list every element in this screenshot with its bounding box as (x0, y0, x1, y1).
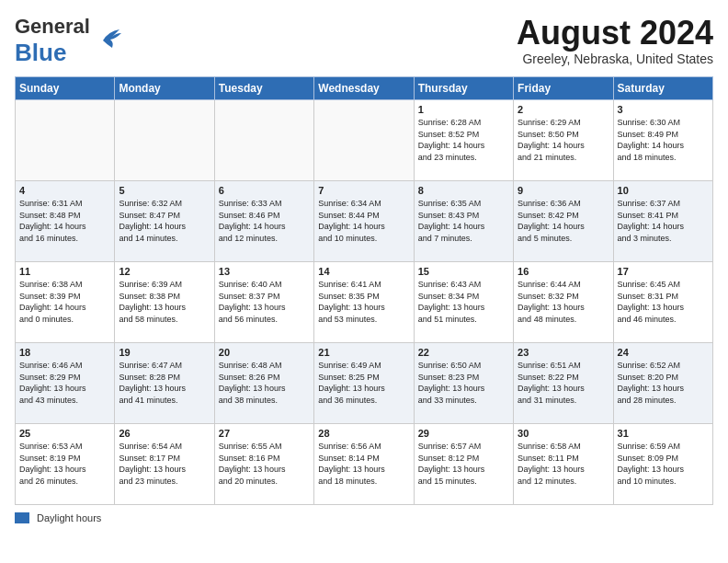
day-number: 15 (418, 266, 509, 277)
day-number: 30 (518, 428, 609, 439)
calendar-cell: 27Sunrise: 6:55 AM Sunset: 8:16 PM Dayli… (214, 424, 313, 505)
day-info: Sunrise: 6:51 AM Sunset: 8:22 PM Dayligh… (518, 360, 609, 406)
day-info: Sunrise: 6:47 AM Sunset: 8:28 PM Dayligh… (119, 360, 210, 406)
day-info: Sunrise: 6:34 AM Sunset: 8:44 PM Dayligh… (318, 198, 409, 244)
calendar-cell: 24Sunrise: 6:52 AM Sunset: 8:20 PM Dayli… (613, 343, 712, 424)
logo-bird-icon (96, 24, 123, 52)
calendar-table: SundayMondayTuesdayWednesdayThursdayFrid… (15, 76, 713, 505)
calendar-cell: 10Sunrise: 6:37 AM Sunset: 8:41 PM Dayli… (613, 181, 712, 262)
day-number: 31 (618, 428, 709, 439)
day-info: Sunrise: 6:35 AM Sunset: 8:43 PM Dayligh… (418, 198, 509, 244)
day-number: 3 (618, 104, 709, 115)
calendar-header-row: SundayMondayTuesdayWednesdayThursdayFrid… (16, 77, 713, 100)
day-info: Sunrise: 6:48 AM Sunset: 8:26 PM Dayligh… (219, 360, 310, 406)
day-number: 8 (418, 185, 509, 196)
day-number: 2 (518, 104, 609, 115)
calendar-cell: 11Sunrise: 6:38 AM Sunset: 8:39 PM Dayli… (16, 262, 115, 343)
day-number: 10 (618, 185, 709, 196)
day-number: 29 (418, 428, 509, 439)
day-info: Sunrise: 6:53 AM Sunset: 8:19 PM Dayligh… (19, 441, 110, 487)
page-header: General Blue August 2024 Greeley, Nebras… (15, 15, 713, 67)
day-info: Sunrise: 6:46 AM Sunset: 8:29 PM Dayligh… (19, 360, 110, 406)
day-number: 5 (119, 185, 210, 196)
day-info: Sunrise: 6:56 AM Sunset: 8:14 PM Dayligh… (318, 441, 409, 487)
calendar-cell: 16Sunrise: 6:44 AM Sunset: 8:32 PM Dayli… (514, 262, 613, 343)
day-number: 14 (318, 266, 409, 277)
month-title: August 2024 (517, 15, 713, 52)
calendar-cell: 25Sunrise: 6:53 AM Sunset: 8:19 PM Dayli… (16, 424, 115, 505)
location: Greeley, Nebraska, United States (517, 52, 713, 66)
day-number: 18 (19, 347, 110, 358)
day-number: 9 (518, 185, 609, 196)
day-number: 11 (19, 266, 110, 277)
day-info: Sunrise: 6:28 AM Sunset: 8:52 PM Dayligh… (418, 117, 509, 163)
calendar-cell: 12Sunrise: 6:39 AM Sunset: 8:38 PM Dayli… (115, 262, 214, 343)
calendar-cell: 21Sunrise: 6:49 AM Sunset: 8:25 PM Dayli… (314, 343, 414, 424)
legend-color-box (15, 512, 29, 523)
calendar-cell (16, 100, 115, 181)
day-info: Sunrise: 6:44 AM Sunset: 8:32 PM Dayligh… (518, 279, 609, 325)
calendar-cell: 30Sunrise: 6:58 AM Sunset: 8:11 PM Dayli… (514, 424, 613, 505)
calendar-cell: 29Sunrise: 6:57 AM Sunset: 8:12 PM Dayli… (414, 424, 513, 505)
calendar-cell: 4Sunrise: 6:31 AM Sunset: 8:48 PM Daylig… (16, 181, 115, 262)
calendar-week-row: 4Sunrise: 6:31 AM Sunset: 8:48 PM Daylig… (16, 181, 713, 262)
calendar-week-row: 1Sunrise: 6:28 AM Sunset: 8:52 PM Daylig… (16, 100, 713, 181)
calendar-cell: 20Sunrise: 6:48 AM Sunset: 8:26 PM Dayli… (214, 343, 313, 424)
calendar-cell: 6Sunrise: 6:33 AM Sunset: 8:46 PM Daylig… (214, 181, 313, 262)
calendar-header-thursday: Thursday (414, 77, 513, 100)
day-number: 26 (119, 428, 210, 439)
day-info: Sunrise: 6:50 AM Sunset: 8:23 PM Dayligh… (418, 360, 509, 406)
day-number: 25 (19, 428, 110, 439)
calendar-cell: 23Sunrise: 6:51 AM Sunset: 8:22 PM Dayli… (514, 343, 613, 424)
calendar-cell: 7Sunrise: 6:34 AM Sunset: 8:44 PM Daylig… (314, 181, 414, 262)
day-number: 1 (418, 104, 509, 115)
calendar-cell (214, 100, 313, 181)
day-info: Sunrise: 6:54 AM Sunset: 8:17 PM Dayligh… (119, 441, 210, 487)
calendar-cell: 17Sunrise: 6:45 AM Sunset: 8:31 PM Dayli… (613, 262, 712, 343)
calendar-cell: 8Sunrise: 6:35 AM Sunset: 8:43 PM Daylig… (414, 181, 513, 262)
calendar-cell: 26Sunrise: 6:54 AM Sunset: 8:17 PM Dayli… (115, 424, 214, 505)
calendar-cell: 28Sunrise: 6:56 AM Sunset: 8:14 PM Dayli… (314, 424, 414, 505)
calendar-week-row: 18Sunrise: 6:46 AM Sunset: 8:29 PM Dayli… (16, 343, 713, 424)
calendar-cell (115, 100, 214, 181)
calendar-cell: 22Sunrise: 6:50 AM Sunset: 8:23 PM Dayli… (414, 343, 513, 424)
calendar-week-row: 25Sunrise: 6:53 AM Sunset: 8:19 PM Dayli… (16, 424, 713, 505)
day-info: Sunrise: 6:40 AM Sunset: 8:37 PM Dayligh… (219, 279, 310, 325)
day-number: 17 (618, 266, 709, 277)
calendar-cell: 13Sunrise: 6:40 AM Sunset: 8:37 PM Dayli… (214, 262, 313, 343)
day-number: 23 (518, 347, 609, 358)
day-number: 6 (219, 185, 310, 196)
day-info: Sunrise: 6:57 AM Sunset: 8:12 PM Dayligh… (418, 441, 509, 487)
day-info: Sunrise: 6:31 AM Sunset: 8:48 PM Dayligh… (19, 198, 110, 244)
day-info: Sunrise: 6:38 AM Sunset: 8:39 PM Dayligh… (19, 279, 110, 325)
title-block: August 2024 Greeley, Nebraska, United St… (517, 15, 713, 66)
day-info: Sunrise: 6:33 AM Sunset: 8:46 PM Dayligh… (219, 198, 310, 244)
calendar-header-monday: Monday (115, 77, 214, 100)
day-number: 24 (618, 347, 709, 358)
day-number: 20 (219, 347, 310, 358)
day-info: Sunrise: 6:49 AM Sunset: 8:25 PM Dayligh… (318, 360, 409, 406)
legend: Daylight hours (15, 512, 713, 523)
calendar-header-tuesday: Tuesday (214, 77, 313, 100)
day-number: 19 (119, 347, 210, 358)
logo: General Blue (15, 15, 123, 67)
day-info: Sunrise: 6:45 AM Sunset: 8:31 PM Dayligh… (618, 279, 709, 325)
calendar-cell: 14Sunrise: 6:41 AM Sunset: 8:35 PM Dayli… (314, 262, 414, 343)
calendar-header-sunday: Sunday (16, 77, 115, 100)
day-number: 27 (219, 428, 310, 439)
day-info: Sunrise: 6:59 AM Sunset: 8:09 PM Dayligh… (618, 441, 709, 487)
day-number: 4 (19, 185, 110, 196)
calendar-cell: 31Sunrise: 6:59 AM Sunset: 8:09 PM Dayli… (613, 424, 712, 505)
calendar-cell: 2Sunrise: 6:29 AM Sunset: 8:50 PM Daylig… (514, 100, 613, 181)
day-info: Sunrise: 6:32 AM Sunset: 8:47 PM Dayligh… (119, 198, 210, 244)
day-info: Sunrise: 6:58 AM Sunset: 8:11 PM Dayligh… (518, 441, 609, 487)
calendar-cell (314, 100, 414, 181)
day-info: Sunrise: 6:30 AM Sunset: 8:49 PM Dayligh… (618, 117, 709, 163)
calendar-cell: 1Sunrise: 6:28 AM Sunset: 8:52 PM Daylig… (414, 100, 513, 181)
calendar-cell: 9Sunrise: 6:36 AM Sunset: 8:42 PM Daylig… (514, 181, 613, 262)
legend-label: Daylight hours (37, 512, 101, 523)
day-info: Sunrise: 6:43 AM Sunset: 8:34 PM Dayligh… (418, 279, 509, 325)
calendar-header-wednesday: Wednesday (314, 77, 414, 100)
day-number: 16 (518, 266, 609, 277)
calendar-header-saturday: Saturday (613, 77, 712, 100)
